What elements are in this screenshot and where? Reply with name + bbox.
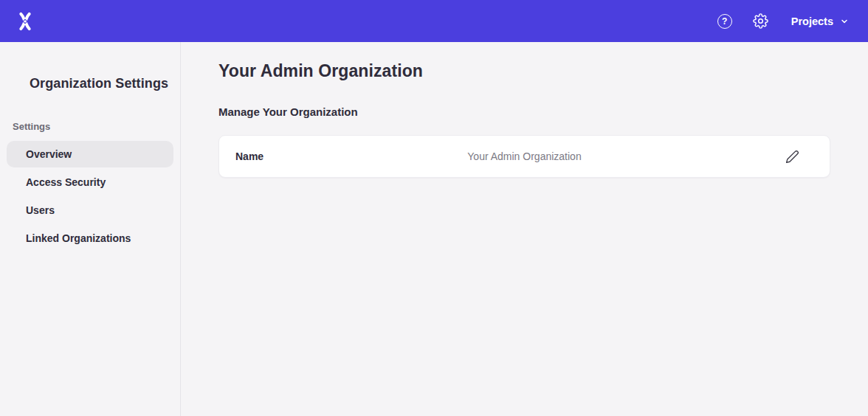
brand-logo-icon[interactable] xyxy=(15,11,35,32)
organization-name-card: Name Your Admin Organization xyxy=(218,135,830,178)
projects-label: Projects xyxy=(791,15,833,27)
section-title: Manage Your Organization xyxy=(218,105,868,118)
chevron-down-icon xyxy=(840,17,849,26)
name-field-label: Name xyxy=(219,150,264,162)
projects-dropdown[interactable]: Projects xyxy=(791,15,849,27)
topbar-actions: ? Projects xyxy=(717,13,849,30)
sidebar-item-overview[interactable]: Overview xyxy=(7,141,173,167)
help-button[interactable]: ? xyxy=(717,13,733,30)
gear-icon xyxy=(753,13,768,29)
top-navigation-bar: ? Projects xyxy=(0,0,868,42)
sidebar-title: Organization Settings xyxy=(30,76,180,91)
sidebar-nav: Overview Access Security Users Linked Or… xyxy=(0,141,180,252)
sidebar-section-label: Settings xyxy=(13,121,180,132)
main-content: Your Admin Organization Manage Your Orga… xyxy=(181,42,868,416)
sidebar-item-users[interactable]: Users xyxy=(7,197,173,223)
settings-sidebar: Organization Settings Settings Overview … xyxy=(0,42,181,416)
help-icon: ? xyxy=(717,14,732,29)
page-title: Your Admin Organization xyxy=(218,61,868,81)
sidebar-item-access-security[interactable]: Access Security xyxy=(7,169,173,195)
pencil-edit-icon xyxy=(785,150,799,164)
sidebar-item-linked-organizations[interactable]: Linked Organizations xyxy=(7,225,173,252)
edit-name-button[interactable] xyxy=(784,148,800,164)
settings-button[interactable] xyxy=(753,13,769,30)
name-field-value: Your Admin Organization xyxy=(467,150,581,162)
